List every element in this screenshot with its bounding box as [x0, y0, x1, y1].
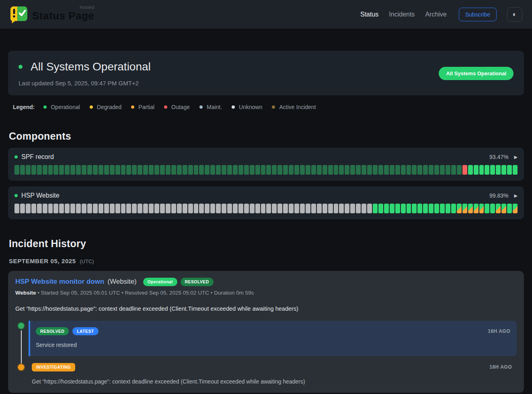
uptime-bar[interactable] [188, 204, 193, 213]
uptime-bar[interactable] [183, 165, 187, 175]
uptime-bar[interactable] [70, 204, 75, 213]
uptime-bar[interactable] [300, 204, 305, 213]
uptime-bar[interactable] [238, 204, 243, 213]
uptime-bar[interactable] [468, 204, 473, 213]
uptime-bar[interactable] [154, 204, 159, 213]
uptime-bar[interactable] [222, 204, 226, 213]
uptime-bar[interactable] [356, 165, 361, 175]
uptime-bar[interactable] [311, 165, 316, 175]
uptime-bar[interactable] [334, 165, 339, 175]
uptime-bar[interactable] [143, 165, 148, 175]
uptime-bar[interactable] [76, 204, 81, 213]
uptime-bar[interactable] [227, 165, 232, 175]
uptime-bar[interactable] [261, 204, 266, 213]
uptime-bar[interactable] [507, 204, 512, 213]
uptime-bar[interactable] [446, 165, 450, 175]
uptime-bar[interactable] [216, 165, 221, 175]
uptime-bar[interactable] [132, 204, 137, 213]
uptime-bar[interactable] [210, 204, 215, 213]
uptime-bar[interactable] [177, 165, 182, 175]
uptime-bar[interactable] [53, 204, 58, 213]
uptime-bar[interactable] [255, 165, 260, 175]
uptime-bar[interactable] [272, 165, 277, 175]
uptime-bar[interactable] [300, 165, 305, 175]
uptime-bar[interactable] [70, 165, 75, 175]
uptime-bar[interactable] [216, 204, 221, 213]
uptime-bar[interactable] [429, 165, 433, 175]
uptime-bar[interactable] [26, 165, 31, 175]
uptime-bar[interactable] [496, 204, 501, 213]
subscribe-button[interactable]: Subscribe [459, 8, 497, 21]
uptime-bar[interactable] [457, 165, 462, 175]
uptime-bar[interactable] [154, 165, 159, 175]
uptime-bar[interactable] [362, 204, 366, 213]
uptime-bar[interactable] [138, 165, 142, 175]
uptime-bar[interactable] [317, 165, 322, 175]
uptime-bar[interactable] [407, 204, 411, 213]
uptime-bar[interactable] [93, 165, 98, 175]
uptime-bar[interactable] [115, 165, 120, 175]
uptime-bar[interactable] [434, 165, 439, 175]
uptime-bar[interactable] [14, 204, 19, 213]
uptime-bar[interactable] [37, 165, 42, 175]
uptime-bar[interactable] [367, 165, 372, 175]
uptime-bar[interactable] [294, 204, 299, 213]
uptime-bar[interactable] [31, 165, 36, 175]
uptime-bar[interactable] [485, 165, 489, 175]
uptime-bar[interactable] [306, 165, 310, 175]
uptime-bar[interactable] [446, 204, 450, 213]
uptime-bar[interactable] [160, 204, 165, 213]
uptime-bar[interactable] [334, 204, 339, 213]
uptime-bar[interactable] [104, 165, 109, 175]
uptime-bar[interactable] [474, 204, 479, 213]
uptime-bar[interactable] [378, 165, 383, 175]
uptime-bar[interactable] [468, 165, 473, 175]
uptime-bar[interactable] [199, 204, 204, 213]
uptime-bar[interactable] [328, 165, 333, 175]
uptime-bar[interactable] [462, 165, 467, 175]
uptime-bar[interactable] [277, 204, 282, 213]
uptime-bar[interactable] [82, 204, 86, 213]
uptime-bar[interactable] [48, 165, 53, 175]
brand[interactable]: hosted Status Page [10, 6, 94, 23]
uptime-bar[interactable] [395, 204, 400, 213]
uptime-bar[interactable] [99, 165, 103, 175]
uptime-bar[interactable] [121, 204, 126, 213]
uptime-bar[interactable] [513, 165, 518, 175]
uptime-bar[interactable] [115, 204, 120, 213]
incident-title-link[interactable]: HSP Website monitor down [15, 278, 104, 286]
uptime-bar[interactable] [138, 204, 142, 213]
component-expander[interactable]: 99.83% ▶ [489, 192, 518, 199]
uptime-bar[interactable] [210, 165, 215, 175]
uptime-bar[interactable] [407, 165, 411, 175]
uptime-bar[interactable] [126, 204, 131, 213]
uptime-bar[interactable] [227, 204, 232, 213]
uptime-bar[interactable] [48, 204, 53, 213]
uptime-bar[interactable] [367, 204, 372, 213]
uptime-bar[interactable] [238, 165, 243, 175]
uptime-bar[interactable] [244, 165, 249, 175]
uptime-bar[interactable] [99, 204, 103, 213]
uptime-bar[interactable] [328, 204, 333, 213]
uptime-bar[interactable] [462, 204, 467, 213]
uptime-bar[interactable] [440, 204, 445, 213]
uptime-bar[interactable] [266, 204, 271, 213]
uptime-bar[interactable] [384, 165, 389, 175]
uptime-bar[interactable] [490, 204, 495, 213]
uptime-bar[interactable] [222, 165, 226, 175]
uptime-bar[interactable] [283, 204, 288, 213]
uptime-bar[interactable] [350, 204, 355, 213]
uptime-bar[interactable] [496, 165, 501, 175]
uptime-bar[interactable] [250, 204, 255, 213]
uptime-bar[interactable] [132, 165, 137, 175]
uptime-bar[interactable] [59, 165, 64, 175]
nav-archive[interactable]: Archive [425, 11, 446, 18]
uptime-bar[interactable] [294, 165, 299, 175]
uptime-bar[interactable] [395, 165, 400, 175]
uptime-bar[interactable] [59, 204, 64, 213]
uptime-bar[interactable] [244, 204, 249, 213]
uptime-bar[interactable] [345, 165, 349, 175]
uptime-bar[interactable] [474, 165, 479, 175]
uptime-bar[interactable] [289, 165, 294, 175]
uptime-bar[interactable] [110, 165, 115, 175]
